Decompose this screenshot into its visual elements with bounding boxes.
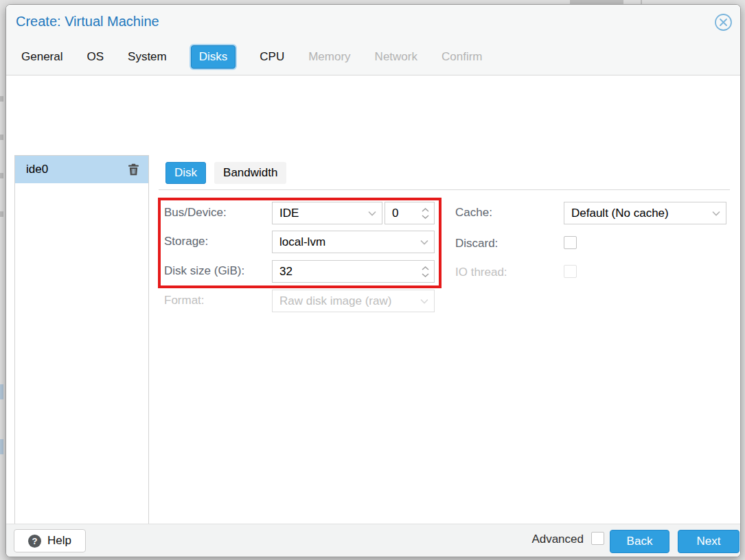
tab-general[interactable]: General	[21, 45, 62, 69]
dialog-header: Create: Virtual Machine General OS Syste…	[6, 5, 740, 75]
help-button[interactable]: ? Help	[14, 529, 86, 552]
number-spinner[interactable]	[422, 266, 429, 277]
spinner-down-icon	[422, 273, 429, 277]
back-button[interactable]: Back	[610, 530, 669, 553]
bus-device-select[interactable]: IDE	[272, 202, 382, 224]
format-label: Format:	[164, 294, 205, 307]
storage-value: local-lvm	[279, 235, 325, 249]
background-fragment	[0, 96, 3, 102]
cache-value: Default (No cache)	[571, 207, 669, 220]
wizard-tabbar: General OS System Disks CPU Memory Netwo…	[21, 45, 482, 69]
disk-size-value: 32	[279, 265, 293, 279]
bus-device-label: Bus/Device:	[164, 206, 227, 220]
cache-label: Cache:	[455, 206, 492, 220]
tab-memory: Memory	[308, 45, 350, 69]
disk-subtab-bar: Disk Bandwidth	[159, 162, 730, 190]
chevron-down-icon	[420, 299, 428, 304]
disk-size-label: Disk size (GiB):	[164, 264, 244, 278]
subtab-bandwidth[interactable]: Bandwidth	[214, 162, 286, 184]
io-thread-label: IO thread:	[455, 266, 507, 279]
background-fragment	[0, 439, 3, 454]
number-spinner[interactable]	[422, 208, 429, 219]
device-list-item-ide0[interactable]: ide0	[15, 156, 148, 183]
bus-port-input[interactable]: 0	[385, 202, 435, 224]
cache-select[interactable]: Default (No cache)	[564, 202, 726, 224]
discard-checkbox[interactable]	[564, 236, 577, 249]
spinner-up-icon	[422, 208, 429, 212]
help-button-label: Help	[47, 534, 71, 548]
close-button[interactable]	[714, 13, 733, 32]
tab-confirm: Confirm	[442, 45, 483, 69]
background-fragment	[0, 173, 3, 178]
bus-port-value: 0	[392, 207, 398, 220]
next-button[interactable]: Next	[678, 530, 740, 553]
create-vm-dialog: Create: Virtual Machine General OS Syste…	[5, 4, 741, 557]
io-thread-checkbox	[564, 265, 577, 278]
background-fragment	[0, 384, 3, 399]
question-circle-icon: ?	[28, 535, 41, 548]
subtab-disk[interactable]: Disk	[165, 162, 206, 184]
device-label: ide0	[26, 163, 48, 176]
storage-select[interactable]: local-lvm	[272, 231, 435, 253]
background-fragment	[0, 135, 3, 140]
chevron-down-icon	[368, 211, 376, 216]
tab-os[interactable]: OS	[87, 45, 104, 69]
chevron-down-icon	[420, 240, 428, 245]
dialog-footer: ? Help Advanced Back Next	[6, 524, 740, 557]
dialog-title: Create: Virtual Machine	[16, 14, 159, 30]
tab-system[interactable]: System	[128, 45, 167, 69]
bus-device-value: IDE	[279, 207, 299, 220]
tab-network: Network	[375, 45, 417, 69]
spinner-up-icon	[422, 266, 429, 270]
device-list-panel: ide0	[14, 155, 149, 557]
disk-size-input[interactable]: 32	[272, 260, 435, 283]
format-select: Raw disk image (raw)	[272, 290, 435, 312]
advanced-checkbox[interactable]	[591, 532, 604, 545]
tab-disks[interactable]: Disks	[191, 45, 236, 69]
dialog-body: ide0 + Add	[6, 75, 740, 524]
background-fragment	[0, 211, 3, 217]
tab-cpu[interactable]: CPU	[260, 45, 284, 69]
trash-icon[interactable]	[128, 163, 139, 176]
spinner-down-icon	[422, 215, 429, 219]
format-value: Raw disk image (raw)	[279, 294, 391, 308]
close-icon	[714, 13, 733, 32]
discard-label: Discard:	[455, 237, 498, 250]
chevron-down-icon	[712, 211, 720, 216]
storage-label: Storage:	[164, 235, 208, 248]
advanced-label: Advanced	[531, 533, 584, 546]
